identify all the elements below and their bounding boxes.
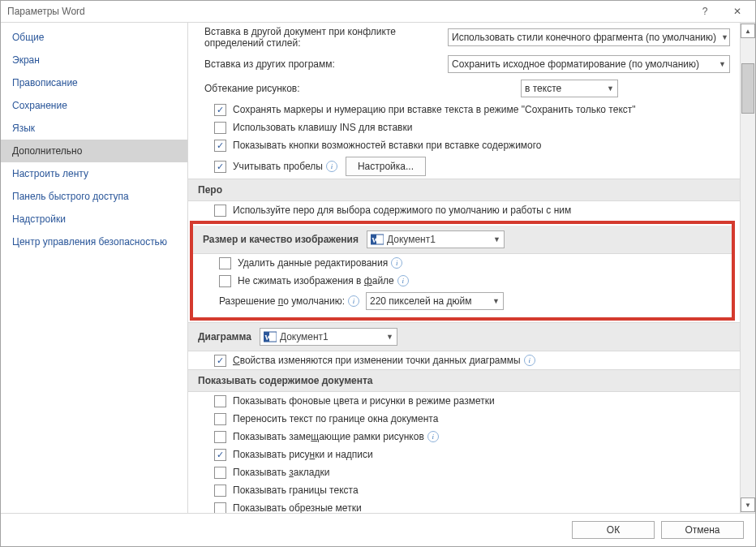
show-bg-label: Показывать фоновые цвета и рисунки в реж… <box>233 394 495 407</box>
scroll-up-button[interactable]: ▲ <box>741 24 755 38</box>
info-icon: i <box>524 355 535 366</box>
drawings-row: Показывать рисунки и надписи <box>188 446 740 463</box>
placeholder-label: Показывать замещающие рамки рисунков <box>233 430 424 443</box>
info-icon: i <box>391 257 402 269</box>
vertical-scrollbar[interactable]: ▲ ▼ <box>740 23 755 513</box>
show-bg-checkbox[interactable] <box>214 395 226 407</box>
chart-header-label: Диаграмма <box>198 331 251 342</box>
chart-props-checkbox[interactable] <box>214 355 226 367</box>
word-doc-icon: W <box>264 331 277 342</box>
text-bounds-label: Показывать границы текста <box>233 484 359 497</box>
window-title: Параметры Word <box>7 6 689 17</box>
dialog-body: Общие Экран Правописание Сохранение Язык… <box>1 23 755 513</box>
bookmarks-checkbox[interactable] <box>214 467 226 479</box>
ins-key-row: Использовать клавишу INS для вставки <box>188 118 740 136</box>
image-doc-value: Документ1 <box>387 234 436 245</box>
image-section-highlight: Размер и качество изображения W Документ… <box>190 221 735 321</box>
show-bg-row: Показывать фоновые цвета и рисунки в реж… <box>188 392 740 410</box>
info-icon: i <box>427 431 439 442</box>
svg-text:W: W <box>372 236 379 244</box>
paste-conflict-value: Использовать стили конечного фрагмента (… <box>452 32 716 43</box>
scroll-track[interactable] <box>741 39 754 497</box>
chevron-down-icon: ▼ <box>488 295 500 308</box>
paste-conflict-row: Вставка в другой документ при конфликте … <box>188 23 740 52</box>
nav-quick-access[interactable]: Панель быстрого доступа <box>1 185 187 208</box>
smart-spaces-row: Учитывать пробелы i Настройка... <box>188 154 740 179</box>
pen-header: Перо <box>188 179 740 201</box>
nav-trust-center[interactable]: Центр управления безопасностью <box>1 230 187 253</box>
nav-advanced[interactable]: Дополнительно <box>1 140 187 162</box>
chart-doc-select[interactable]: W Документ1▼ <box>260 328 397 346</box>
nav-addins[interactable]: Надстройки <box>1 208 187 230</box>
smart-spaces-checkbox[interactable] <box>214 161 226 173</box>
image-header-label: Размер и качество изображения <box>203 234 359 245</box>
word-doc-icon: W <box>371 234 384 245</box>
wrap-text-checkbox[interactable] <box>214 413 226 425</box>
titlebar: Параметры Word ? ✕ <box>1 1 755 23</box>
default-res-label: Разрешение по умолчанию: <box>219 295 345 308</box>
nav-proofing[interactable]: Правописание <box>1 71 187 94</box>
word-options-window: Параметры Word ? ✕ Общие Экран Правописа… <box>0 0 756 547</box>
chart-props-label: Свойства изменяются при изменении точки … <box>233 354 521 367</box>
paste-conflict-select[interactable]: Использовать стили конечного фрагмента (… <box>448 28 730 46</box>
category-nav: Общие Экран Правописание Сохранение Язык… <box>1 23 188 513</box>
chevron-down-icon: ▼ <box>488 235 500 243</box>
keep-bullets-label: Сохранять маркеры и нумерацию при вставк… <box>233 103 636 116</box>
default-res-value: 220 пикселей на дюйм <box>370 295 472 308</box>
ok-button[interactable]: ОК <box>572 521 655 539</box>
info-icon: i <box>348 295 359 307</box>
help-button[interactable]: ? <box>689 2 721 21</box>
no-compress-checkbox[interactable] <box>219 275 231 287</box>
drawings-checkbox[interactable] <box>214 449 226 461</box>
scroll-down-button[interactable]: ▼ <box>741 497 755 512</box>
chart-props-row: Свойства изменяются при изменении точки … <box>188 351 740 369</box>
image-doc-select[interactable]: W Документ1▼ <box>367 230 505 248</box>
placeholder-checkbox[interactable] <box>214 431 226 443</box>
default-res-select[interactable]: 220 пикселей на дюйм▼ <box>366 292 504 310</box>
wrap-value: в тексте <box>525 83 561 94</box>
crop-marks-label: Показывать обрезные метки <box>233 502 362 513</box>
nav-save[interactable]: Сохранение <box>1 94 187 117</box>
paste-other-label: Вставка из других программ: <box>204 58 440 70</box>
scroll-thumb[interactable] <box>741 63 754 114</box>
keep-bullets-checkbox[interactable] <box>214 104 226 116</box>
chart-header: Диаграмма W Документ1▼ <box>188 322 740 351</box>
paste-other-value: Сохранить исходное форматирование (по ум… <box>452 58 699 70</box>
nav-general[interactable]: Общие <box>1 26 187 49</box>
paste-buttons-row: Показывать кнопки возможностей вставки п… <box>188 136 740 154</box>
paste-other-row: Вставка из других программ: Сохранить ис… <box>188 52 740 76</box>
dialog-footer: ОК Отмена <box>1 513 755 546</box>
nav-language[interactable]: Язык <box>1 117 187 140</box>
content-wrap: Вставка в другой документ при конфликте … <box>188 23 755 513</box>
nav-display[interactable]: Экран <box>1 49 187 71</box>
paste-other-select[interactable]: Сохранить исходное форматирование (по ум… <box>448 55 730 73</box>
text-bounds-row: Показывать границы текста <box>188 481 740 499</box>
no-compress-label: Не сжимать изображения в файле <box>238 274 394 287</box>
wrap-select[interactable]: в тексте▼ <box>521 80 618 97</box>
info-icon: i <box>397 275 409 286</box>
bookmarks-row: Показывать закладки <box>188 463 740 481</box>
ins-key-checkbox[interactable] <box>214 122 226 134</box>
content-panel: Вставка в другой документ при конфликте … <box>188 23 740 513</box>
discard-edit-label: Удалить данные редактирования <box>238 256 388 269</box>
ins-key-label: Использовать клавишу INS для вставки <box>233 121 412 134</box>
paste-buttons-label: Показывать кнопки возможностей вставки п… <box>233 139 542 152</box>
svg-text:W: W <box>264 334 272 342</box>
close-button[interactable]: ✕ <box>721 2 754 21</box>
discard-edit-checkbox[interactable] <box>219 257 231 269</box>
chart-doc-value: Документ1 <box>280 331 329 342</box>
smart-spaces-label: Учитывать пробелы <box>233 160 323 173</box>
nav-customize-ribbon[interactable]: Настроить ленту <box>1 162 187 185</box>
text-bounds-checkbox[interactable] <box>214 485 226 497</box>
cancel-button[interactable]: Отмена <box>661 521 744 539</box>
drawings-label: Показывать рисунки и надписи <box>233 448 373 461</box>
no-compress-row: Не сжимать изображения в файле i <box>193 272 732 290</box>
crop-marks-checkbox[interactable] <box>214 502 226 514</box>
paste-buttons-checkbox[interactable] <box>214 140 226 152</box>
chevron-down-icon: ▼ <box>714 60 726 68</box>
paste-settings-button[interactable]: Настройка... <box>346 157 426 176</box>
crop-marks-row: Показывать обрезные метки <box>188 499 740 513</box>
pen-select-checkbox[interactable] <box>214 205 226 217</box>
wrap-text-label: Переносить текст по границе окна докумен… <box>233 412 438 425</box>
paste-conflict-label: Вставка в другой документ при конфликте … <box>204 26 440 49</box>
